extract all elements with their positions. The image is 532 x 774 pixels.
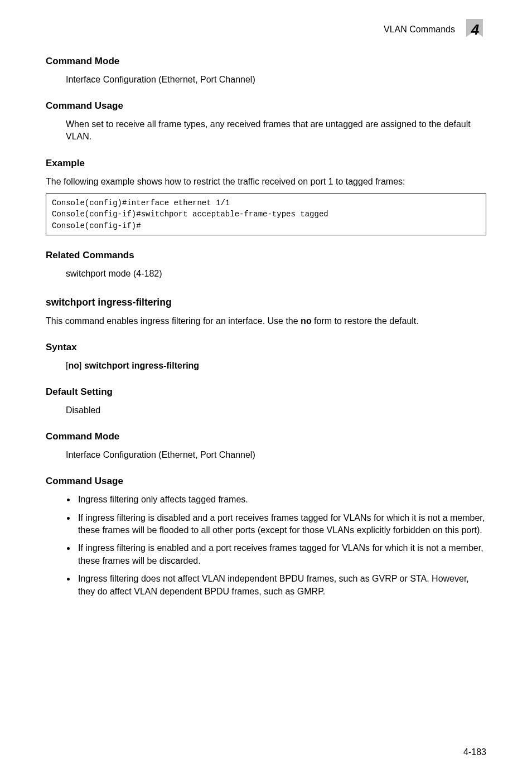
intro-text-before: This command enables ingress filtering f… [46,316,301,326]
related-commands-text: switchport mode (4-182) [66,268,486,280]
running-header: VLAN Commands 4 [46,18,486,41]
command-usage-text-1: When set to receive all frame types, any… [66,118,486,143]
list-item: If ingress filtering is enabled and a po… [76,542,486,567]
syntax-line: [no] switchport ingress-filtering [66,360,486,372]
heading-example: Example [46,157,486,170]
running-title: VLAN Commands [384,23,455,36]
heading-syntax: Syntax [46,341,486,354]
syntax-command: switchport ingress-filtering [84,361,199,370]
chapter-number: 4 [470,20,479,40]
list-item: If ingress filtering is disabled and a p… [76,512,486,537]
heading-command-mode-2: Command Mode [46,430,486,443]
syntax-no: no [68,361,79,370]
heading-command-usage-2: Command Usage [46,475,486,488]
heading-command-usage-1: Command Usage [46,99,486,113]
syntax-close-bracket: ] [79,361,84,370]
page-number: 4-183 [463,746,486,758]
command-mode-text-1: Interface Configuration (Ethernet, Port … [66,74,486,86]
list-item: Ingress filtering only affects tagged fr… [76,494,486,506]
heading-command-mode-1: Command Mode [46,55,486,68]
code-block: Console(config)#interface ethernet 1/1 C… [46,194,486,235]
page: VLAN Commands 4 Command Mode Interface C… [0,0,532,774]
subsection-title: switchport ingress-filtering [46,296,486,309]
list-item: Ingress filtering does not affect VLAN i… [76,573,486,598]
heading-related-commands: Related Commands [46,249,486,262]
example-intro: The following example shows how to restr… [46,176,486,188]
command-mode-text-2: Interface Configuration (Ethernet, Port … [66,449,486,461]
intro-text-after: form to restore the default. [312,316,419,326]
command-usage-list: Ingress filtering only affects tagged fr… [66,494,486,598]
default-setting-text: Disabled [66,404,486,417]
chapter-bookmark-icon: 4 [463,18,486,41]
subsection-intro: This command enables ingress filtering f… [46,315,486,327]
intro-text-bold: no [301,316,312,326]
heading-default-setting: Default Setting [46,385,486,399]
